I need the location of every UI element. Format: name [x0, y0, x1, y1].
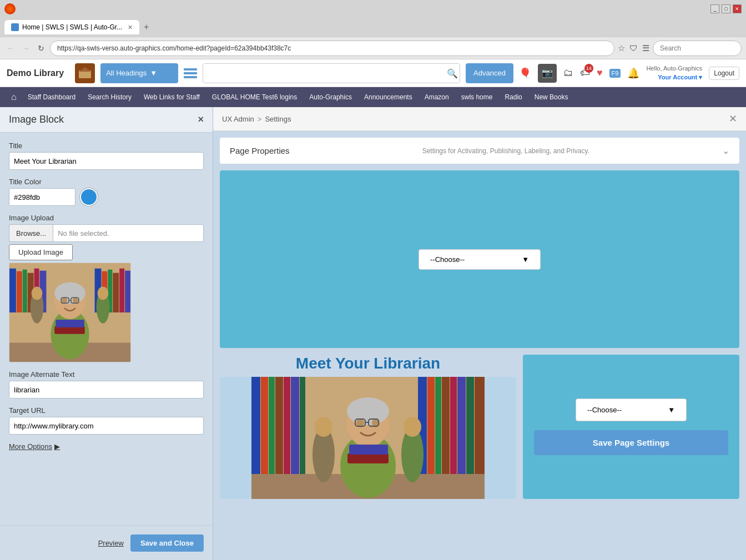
- right-content-block: --Choose-- ▼ Save Page Settings: [523, 355, 739, 499]
- title-color-label: Title Color: [9, 178, 204, 186]
- upload-image-button[interactable]: Upload Image: [9, 244, 73, 260]
- right-choose-arrow: ▼: [668, 406, 675, 414]
- active-tab[interactable]: Home | SWLS | SWLS | Auto-Gr... ✕: [4, 20, 139, 34]
- color-row: [9, 188, 204, 206]
- url-bar[interactable]: [50, 41, 614, 56]
- search-button[interactable]: 🔍: [447, 68, 458, 78]
- nav-announcements[interactable]: Announcements: [359, 90, 418, 104]
- new-tab-button[interactable]: +: [139, 20, 153, 34]
- svg-point-28: [32, 286, 43, 300]
- file-name-display: No file selected.: [53, 224, 204, 242]
- home-nav-button[interactable]: ⌂: [7, 89, 21, 105]
- minimize-button[interactable]: _: [710, 4, 719, 13]
- color-swatch[interactable]: [80, 188, 98, 206]
- svg-rect-26: [56, 320, 84, 327]
- image-block-panel: Image Block × Title Title Color Image Up…: [0, 107, 213, 560]
- logout-button[interactable]: Logout: [709, 67, 739, 80]
- browse-button[interactable]: Browse...: [9, 224, 53, 242]
- meet-librarian-title: Meet Your Librarian: [220, 355, 516, 372]
- alt-text-input[interactable]: [9, 381, 204, 398]
- title-input[interactable]: [9, 152, 204, 170]
- svg-rect-5: [17, 271, 22, 312]
- dropdown-label: All Headings: [106, 69, 147, 77]
- color-hex-input[interactable]: [9, 188, 75, 206]
- forward-button[interactable]: →: [20, 42, 32, 55]
- f9-badge: F9: [609, 69, 621, 78]
- heart-icon[interactable]: ♥: [597, 67, 603, 79]
- advanced-button[interactable]: Advanced: [466, 63, 513, 83]
- svg-marker-1: [79, 67, 91, 72]
- dropdown-arrow: ▼: [150, 69, 157, 77]
- svg-rect-13: [113, 273, 119, 312]
- save-page-settings-button[interactable]: Save Page Settings: [534, 430, 728, 455]
- bell-icon[interactable]: 🔔: [627, 67, 639, 79]
- bottom-content: Meet Your Librarian: [220, 355, 739, 499]
- nav-icons: ☆ 🛡 ☰: [618, 43, 649, 53]
- target-url-input[interactable]: [9, 417, 204, 435]
- stack-icon[interactable]: [184, 67, 197, 80]
- back-button[interactable]: ←: [4, 42, 17, 55]
- svg-rect-4: [9, 269, 16, 312]
- bookmark-icon[interactable]: ☆: [618, 43, 625, 53]
- main-layout: Image Block × Title Title Color Image Up…: [0, 107, 746, 560]
- nav-swls-home[interactable]: swls home: [456, 90, 498, 104]
- search-dropdown[interactable]: All Headings ▼: [100, 63, 178, 83]
- title-group: Title: [9, 142, 204, 170]
- svg-rect-14: [119, 269, 124, 312]
- menu-icon[interactable]: ☰: [642, 43, 649, 53]
- panel-title: Image Block: [9, 114, 64, 125]
- nav-web-links[interactable]: Web Links for Staff: [138, 90, 205, 104]
- hello-text: Hello, Auto-Graphics: [646, 64, 702, 73]
- title-color-group: Title Color: [9, 178, 204, 206]
- save-close-button[interactable]: Save and Close: [130, 534, 204, 552]
- breadcrumb-bar: UX Admin > Settings ✕: [213, 107, 746, 131]
- card-icon[interactable]: 🗂: [563, 67, 573, 79]
- nav-global-home[interactable]: GLOBAL HOME Test6 logins: [206, 90, 303, 104]
- title-label: Title: [9, 142, 204, 150]
- svg-point-59: [315, 417, 332, 437]
- breadcrumb-admin: UX Admin: [222, 115, 254, 123]
- shield-icon[interactable]: 🛡: [629, 43, 638, 53]
- panel-close-button[interactable]: ×: [198, 114, 204, 125]
- badge-count: 14: [584, 64, 593, 73]
- file-upload-row: Browse... No file selected.: [9, 224, 204, 242]
- maximize-button[interactable]: □: [722, 4, 730, 13]
- nav-radio[interactable]: Radio: [499, 90, 527, 104]
- close-button[interactable]: ✕: [733, 4, 742, 13]
- browser-search-input[interactable]: [653, 41, 742, 56]
- content-area: Page Properties Settings for Activating,…: [213, 131, 746, 560]
- breadcrumb-settings: Settings: [265, 115, 291, 123]
- nav-auto-graphics[interactable]: Auto-Graphics: [304, 90, 357, 104]
- nav-search-history[interactable]: Search History: [82, 90, 137, 104]
- search-input[interactable]: [203, 63, 460, 83]
- nav-staff-dashboard[interactable]: Staff Dashboard: [22, 90, 82, 104]
- panel-header: Image Block ×: [0, 107, 213, 133]
- right-choose-dropdown[interactable]: --Choose-- ▼: [576, 398, 687, 421]
- app-header: Demo Library All Headings ▼ 🔍 Advanced 🎈…: [0, 59, 746, 87]
- navigation-bar: ← → ↻ ☆ 🛡 ☰: [0, 37, 746, 59]
- tab-close-icon[interactable]: ✕: [128, 24, 133, 31]
- nav-links-bar: ⌂ Staff Dashboard Search History Web Lin…: [0, 87, 746, 107]
- svg-point-30: [98, 286, 109, 300]
- more-options-link[interactable]: More Options ▶: [9, 442, 204, 451]
- top-choose-dropdown[interactable]: --Choose-- ▼: [419, 249, 541, 270]
- badge-icon[interactable]: 🏷 14: [580, 67, 590, 79]
- svg-rect-56: [347, 453, 389, 463]
- nav-new-books[interactable]: New Books: [529, 90, 574, 104]
- target-url-group: Target URL: [9, 406, 204, 435]
- balloon-icon[interactable]: 🎈: [519, 67, 531, 79]
- right-panel-close-button[interactable]: ✕: [729, 113, 737, 125]
- chevron-down-icon: ⌄: [722, 145, 729, 156]
- nav-amazon[interactable]: Amazon: [419, 90, 455, 104]
- account-link[interactable]: Your Account ▾: [646, 73, 702, 82]
- preview-button[interactable]: Preview: [98, 539, 124, 547]
- camera-icon[interactable]: 📷: [538, 64, 557, 83]
- refresh-button[interactable]: ↻: [36, 42, 47, 55]
- svg-rect-15: [125, 271, 130, 312]
- alt-text-group: Image Alternate Text: [9, 370, 204, 398]
- more-options-arrow: ▶: [54, 442, 60, 451]
- breadcrumb-separator: >: [258, 115, 262, 123]
- alt-text-label: Image Alternate Text: [9, 370, 204, 379]
- library-logo: [75, 63, 95, 83]
- page-properties-bar[interactable]: Page Properties Settings for Activating,…: [220, 138, 739, 164]
